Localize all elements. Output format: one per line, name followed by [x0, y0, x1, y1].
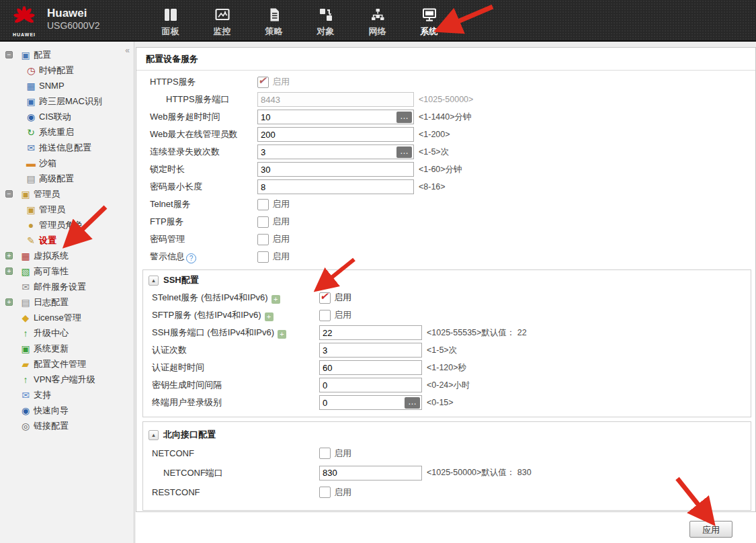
form-row-telnet-service: Telnet服务启用: [136, 196, 755, 213]
nav-item-monitoring[interactable]: 监控: [196, 0, 248, 42]
ellipsis-picker-icon[interactable]: …: [405, 397, 420, 409]
sidebar-item-settings[interactable]: ✎设置: [0, 233, 134, 248]
password-management-enable-label: 启用: [272, 233, 290, 245]
lock-duration-input[interactable]: [257, 162, 414, 177]
sidebar-collapse-icon[interactable]: «: [125, 46, 130, 55]
nav-item-objects[interactable]: 对象: [300, 0, 351, 42]
sidebar-item-upgrade-center[interactable]: ↑升级中心: [0, 325, 134, 341]
form-row-auth-count: 认证次数<1-5>次: [143, 341, 751, 359]
auth-count-input[interactable]: [319, 343, 422, 358]
sidebar-item-administrator[interactable]: −▣管理员: [0, 186, 134, 202]
check-mark-icon: ✔: [320, 290, 329, 302]
product-name: Huawei USG6000V2: [47, 6, 100, 32]
nav-item-network[interactable]: 网络: [351, 0, 403, 42]
sidebar-item-advanced-config[interactable]: ▤高级配置: [0, 171, 134, 186]
stelnet-service-checkbox[interactable]: ✔: [319, 292, 331, 304]
sidebar-item-high-availability[interactable]: +▧高可靠性: [0, 263, 134, 279]
auth-timeout-field-wrap: [319, 360, 422, 375]
netconf-port-input[interactable]: [319, 466, 422, 481]
sidebar-item-snmp[interactable]: ▦SNMP: [0, 78, 134, 93]
sidebar-item-config-file-mgmt[interactable]: ▰配置文件管理: [0, 356, 134, 372]
web-timeout-field-wrap: …: [257, 110, 414, 124]
ellipsis-picker-icon[interactable]: …: [396, 112, 412, 123]
ssh-config-section: ▴SSH配置STelnet服务 (包括IPv4和IPv6)+✔启用SFTP服务 …: [142, 269, 751, 417]
telnet-service-enable-label: 启用: [272, 198, 290, 210]
sidebar-item-clock-config[interactable]: ◷时钟配置: [0, 62, 134, 78]
link-config-icon: ◎: [20, 421, 31, 431]
sidebar-item-system-restart[interactable]: ↻系统重启: [0, 124, 134, 140]
main-area: 配置设备服务 HTTPS服务✔启用HTTPS服务端口<1025-50000>We…: [134, 42, 756, 543]
auth-timeout-input[interactable]: [319, 360, 422, 375]
sidebar-item-configuration[interactable]: −▣配置: [0, 47, 134, 62]
nav-item-label: 对象: [317, 26, 335, 38]
https-port-hint: <1025-50000>: [419, 95, 473, 104]
sidebar-item-cis-linkage[interactable]: ◉CIS联动: [0, 109, 134, 124]
add-address-icon[interactable]: +: [271, 295, 280, 304]
password-min-length-input[interactable]: [257, 179, 414, 194]
device-service-panel: 配置设备服务 HTTPS服务✔启用HTTPS服务端口<1025-50000>We…: [136, 47, 756, 512]
password-management-label: 密码管理: [136, 233, 257, 245]
nav-item-policy[interactable]: 策略: [248, 0, 300, 42]
sidebar-item-log-config[interactable]: +▤日志配置: [0, 294, 134, 310]
sidebar-item-push-message[interactable]: ✉推送信息配置: [0, 140, 134, 155]
password-management-checkbox[interactable]: [257, 234, 269, 245]
help-icon[interactable]: ?: [186, 253, 196, 263]
cis-shield-icon: ◉: [26, 112, 36, 122]
telnet-service-checkbox[interactable]: [257, 199, 269, 210]
https-service-label: HTTPS服务: [136, 76, 257, 88]
ellipsis-picker-icon[interactable]: …: [396, 147, 412, 158]
key-gen-interval-input[interactable]: [319, 378, 422, 392]
sidebar-item-label: 沙箱: [39, 157, 56, 169]
expand-plus-icon[interactable]: +: [5, 267, 13, 275]
https-port-input[interactable]: [257, 92, 414, 107]
sidebar-item-mail-service[interactable]: ✉邮件服务设置: [0, 279, 134, 294]
sidebar-item-link-config[interactable]: ◎链接配置: [0, 418, 134, 433]
tree-items: −▣配置◷时钟配置▦SNMP▣跨三层MAC识别◉CIS联动↻系统重启✉推送信息配…: [0, 47, 134, 433]
collapse-minus-icon[interactable]: −: [5, 190, 13, 198]
apply-button[interactable]: 应用: [689, 521, 732, 538]
sidebar-item-quick-wizard[interactable]: ◉快速向导: [0, 403, 134, 418]
sidebar-item-administrator-sub[interactable]: ▣管理员: [0, 202, 134, 217]
sidebar-item-sandbox[interactable]: ▬沙箱: [0, 155, 134, 171]
restconf-checkbox[interactable]: [319, 487, 331, 498]
section-collapse-icon[interactable]: ▴: [149, 276, 159, 286]
vpn-upgrade-icon: ↑: [20, 374, 31, 385]
login-fail-count-input[interactable]: [257, 144, 414, 159]
key-gen-interval-field-wrap: [319, 378, 422, 392]
network-icon: [370, 5, 386, 24]
config-monitor-icon: ▣: [20, 50, 31, 60]
sidebar-item-label: 推送信息配置: [39, 142, 91, 154]
section-collapse-icon[interactable]: ▴: [149, 430, 159, 440]
expand-plus-icon[interactable]: +: [5, 252, 13, 259]
sidebar-item-virtual-system[interactable]: +▦虚拟系统: [0, 248, 134, 263]
nav-item-system[interactable]: 系统: [403, 0, 455, 42]
warning-message-checkbox[interactable]: [257, 251, 269, 263]
ssh-port-input[interactable]: [319, 325, 422, 340]
ftp-service-checkbox[interactable]: [257, 216, 269, 228]
sftp-service-checkbox[interactable]: [319, 310, 331, 321]
https-service-checkbox[interactable]: ✔: [257, 77, 269, 88]
terminal-user-level-hint: <0-15>: [427, 398, 454, 407]
add-address-icon[interactable]: +: [278, 330, 286, 339]
expand-plus-icon[interactable]: +: [5, 298, 13, 306]
sftp-service-enable-label: 启用: [334, 309, 351, 321]
license-key-icon: ◆: [20, 312, 31, 323]
password-min-length-field-wrap: [257, 179, 414, 194]
web-timeout-input[interactable]: [257, 110, 414, 124]
sidebar-item-cross-l3-mac[interactable]: ▣跨三层MAC识别: [0, 93, 134, 109]
sidebar-item-system-update[interactable]: ▣系统更新: [0, 341, 134, 356]
nav-item-panel[interactable]: 面板: [144, 0, 196, 42]
sidebar-item-vpn-client-upgrade[interactable]: ↑VPN客户端升级: [0, 372, 134, 387]
add-address-icon[interactable]: +: [265, 312, 274, 321]
sidebar-item-support[interactable]: ✉支持: [0, 387, 134, 403]
sidebar-item-license-management[interactable]: ◆License管理: [0, 310, 134, 325]
netconf-checkbox[interactable]: [319, 448, 331, 459]
collapse-minus-icon[interactable]: −: [5, 51, 13, 58]
sidebar-item-label: 系统重启: [39, 126, 74, 138]
sidebar-item-label: CIS联动: [39, 111, 71, 123]
ssh-config-section-header: ▴SSH配置: [143, 270, 751, 289]
sidebar-item-admin-role[interactable]: ●管理员角色: [0, 217, 134, 233]
web-max-admins-input[interactable]: [257, 127, 414, 142]
sidebar-item-label: 管理员角色: [39, 219, 83, 231]
key-gen-interval-label: 密钥生成时间间隔: [143, 379, 319, 391]
